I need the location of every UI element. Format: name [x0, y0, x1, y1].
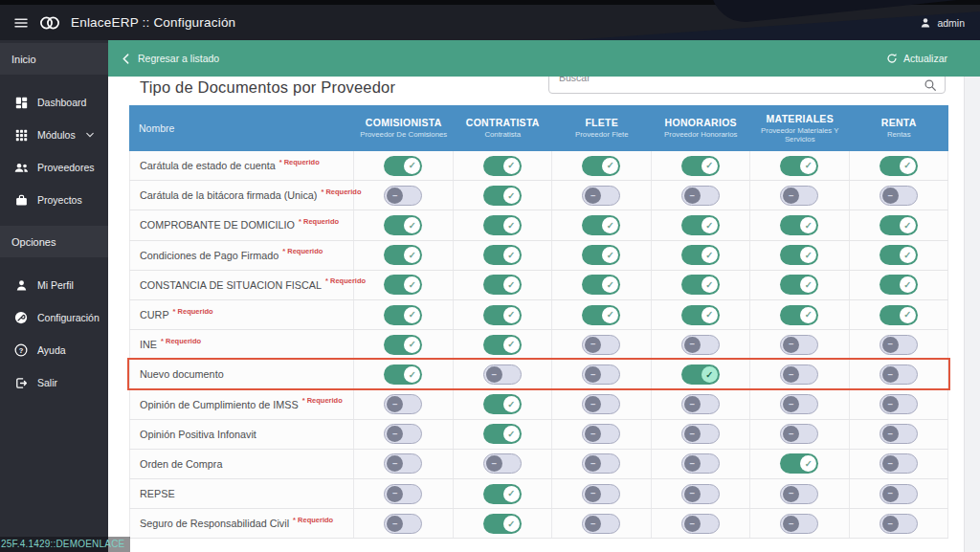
toggle-contratista[interactable]: ✓ [483, 305, 522, 325]
toggle-honorarios[interactable]: − [681, 424, 720, 444]
toggle-materiales[interactable]: ✓ [780, 453, 818, 474]
toggle-materiales[interactable]: − [780, 364, 818, 385]
toggle-materiales[interactable]: − [780, 484, 818, 504]
toggle-honorarios[interactable]: − [681, 394, 720, 414]
toggle-renta[interactable]: − [880, 424, 918, 444]
toggle-renta[interactable]: − [880, 453, 918, 474]
toggle-honorarios[interactable]: − [681, 484, 720, 504]
toggle-comisionista[interactable]: ✓ [384, 215, 422, 235]
toggle-renta[interactable]: ✓ [880, 215, 918, 235]
sidebar-item-ayuda[interactable]: ?Ayuda [0, 334, 108, 366]
toggle-comisionista[interactable]: − [384, 453, 422, 474]
toggle-materiales[interactable]: ✓ [780, 305, 818, 325]
sidebar-section-opciones[interactable]: Opciones [0, 226, 108, 257]
sidebar-section-inicio[interactable]: Inicio [0, 43, 108, 75]
toggle-flete[interactable]: − [582, 424, 620, 444]
toggle-contratista[interactable]: ✓ [483, 514, 522, 534]
toggle-flete[interactable]: − [582, 394, 620, 414]
toggle-comisionista[interactable]: ✓ [384, 275, 422, 295]
toggle-contratista[interactable]: ✓ [483, 245, 522, 265]
toggle-renta[interactable]: − [880, 484, 918, 504]
toggle-materiales[interactable]: − [780, 514, 818, 534]
back-button[interactable]: Regresar a listado [122, 53, 219, 64]
toggle-flete[interactable]: − [582, 364, 620, 385]
column-subtitle: Proveedor Materiales Y Servicios [756, 126, 844, 144]
toggle-flete[interactable]: − [582, 186, 620, 206]
toggle-flete[interactable]: − [582, 514, 620, 534]
toggle-honorarios[interactable]: ✓ [681, 215, 720, 235]
sidebar-item-dashboard[interactable]: Dashboard [0, 86, 108, 119]
toggle-contratista[interactable]: ✓ [483, 215, 522, 235]
toggle-contratista[interactable]: ✓ [483, 484, 522, 504]
toggle-comisionista[interactable]: − [384, 394, 422, 414]
required-badge: * Requerido [282, 247, 323, 255]
toggle-comisionista[interactable]: − [384, 484, 422, 504]
toggle-renta[interactable]: − [880, 335, 918, 355]
sidebar-item-proveedores[interactable]: Proveedores [0, 151, 108, 184]
toggle-comisionista[interactable]: − [384, 186, 422, 206]
toggle-honorarios[interactable]: − [681, 335, 720, 355]
toggle-cell-contratista: ✓ [454, 210, 553, 239]
user-menu[interactable]: admin [920, 17, 965, 29]
toggle-contratista[interactable]: − [483, 364, 522, 385]
toggle-honorarios[interactable]: − [681, 453, 720, 474]
toggle-renta[interactable]: − [880, 364, 918, 385]
toggle-flete[interactable]: ✓ [582, 245, 620, 265]
toggle-renta[interactable]: − [880, 394, 918, 414]
sidebar-item-mi-perfil[interactable]: Mi Perfil [0, 269, 108, 301]
toggle-honorarios[interactable]: ✓ [681, 305, 720, 325]
column-title: CONTRATISTA [466, 117, 540, 128]
toggle-contratista[interactable]: ✓ [483, 335, 522, 355]
toggle-contratista[interactable]: ✓ [483, 156, 522, 176]
toggle-materiales[interactable]: ✓ [780, 275, 818, 295]
toggle-comisionista[interactable]: − [384, 424, 422, 444]
toggle-materiales[interactable]: ✓ [780, 245, 818, 265]
sidebar-item-configuracion[interactable]: Configuración [0, 301, 108, 334]
toggle-materiales[interactable]: − [780, 335, 818, 355]
toggle-honorarios[interactable]: ✓ [681, 364, 720, 385]
search-icon[interactable] [924, 78, 937, 92]
toggle-honorarios[interactable]: ✓ [681, 275, 720, 295]
toggle-materiales[interactable]: ✓ [780, 156, 818, 176]
toggle-flete[interactable]: − [582, 484, 620, 504]
toggle-flete[interactable]: − [582, 335, 620, 355]
sidebar-item-label: Proyectos [37, 194, 82, 206]
toggle-honorarios[interactable]: ✓ [681, 245, 720, 265]
toggle-flete[interactable]: ✓ [582, 275, 620, 295]
sidebar-item-salir[interactable]: Salir [0, 366, 108, 399]
toggle-contratista[interactable]: ✓ [483, 275, 522, 295]
toggle-renta[interactable]: ✓ [880, 305, 918, 325]
toggle-materiales[interactable]: − [780, 186, 818, 206]
toggle-contratista[interactable]: ✓ [483, 394, 522, 414]
toggle-honorarios[interactable]: − [681, 514, 720, 534]
toggle-comisionista[interactable]: − [384, 514, 422, 534]
toggle-flete[interactable]: ✓ [582, 156, 620, 176]
sidebar-item-modulos[interactable]: Módulos [0, 119, 108, 151]
toggle-contratista[interactable]: ✓ [483, 424, 522, 444]
menu-icon[interactable] [13, 15, 29, 31]
toggle-materiales[interactable]: − [780, 424, 818, 444]
toggle-honorarios[interactable]: ✓ [681, 156, 720, 176]
toggle-comisionista[interactable]: ✓ [384, 156, 422, 176]
toggle-contratista[interactable]: ✓ [483, 186, 522, 206]
refresh-button[interactable]: Actualizar [886, 53, 947, 64]
toggle-flete[interactable]: − [582, 453, 620, 474]
toggle-renta[interactable]: ✓ [880, 245, 918, 265]
toggle-renta[interactable]: ✓ [880, 275, 918, 295]
toggle-renta[interactable]: − [880, 186, 918, 206]
sidebar-item-proyectos[interactable]: Proyectos [0, 184, 108, 216]
toggle-cell-honorarios: − [652, 390, 751, 419]
toggle-renta[interactable]: ✓ [880, 156, 918, 176]
toggle-contratista[interactable]: − [483, 453, 522, 474]
toggle-comisionista[interactable]: ✓ [384, 335, 422, 355]
toggle-comisionista[interactable]: ✓ [384, 245, 422, 265]
toggle-materiales[interactable]: ✓ [780, 215, 818, 235]
toggle-materiales[interactable]: − [780, 394, 818, 414]
toggle-flete[interactable]: ✓ [582, 305, 620, 325]
toggle-check-icon: ✓ [404, 217, 420, 233]
toggle-comisionista[interactable]: ✓ [384, 305, 422, 325]
toggle-honorarios[interactable]: − [681, 186, 720, 206]
toggle-renta[interactable]: − [880, 514, 918, 534]
toggle-flete[interactable]: ✓ [582, 215, 620, 235]
toggle-comisionista[interactable]: ✓ [384, 364, 422, 385]
